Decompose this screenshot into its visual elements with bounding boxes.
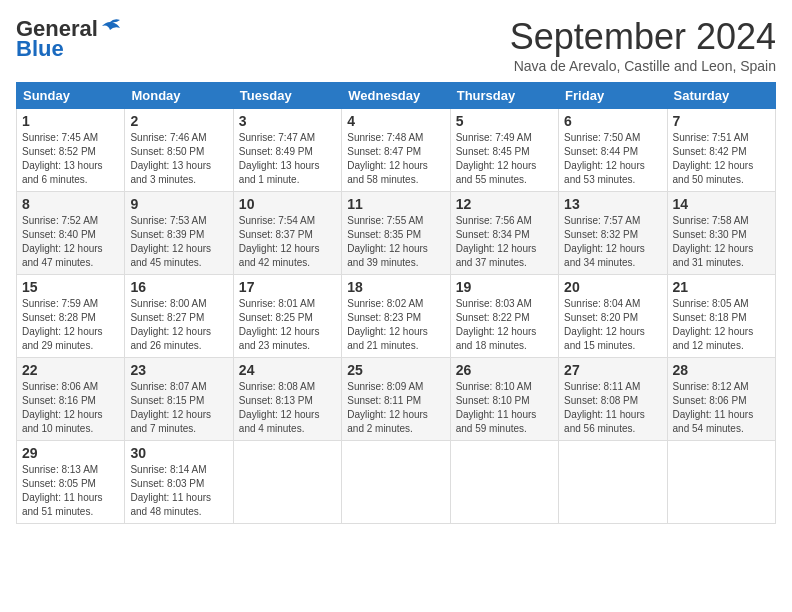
day-info: Sunrise: 8:08 AMSunset: 8:13 PMDaylight:… bbox=[239, 380, 336, 436]
day-number: 24 bbox=[239, 362, 336, 378]
day-info: Sunrise: 8:13 AMSunset: 8:05 PMDaylight:… bbox=[22, 463, 119, 519]
day-number: 16 bbox=[130, 279, 227, 295]
day-number: 28 bbox=[673, 362, 770, 378]
day-info: Sunrise: 8:14 AMSunset: 8:03 PMDaylight:… bbox=[130, 463, 227, 519]
day-info: Sunrise: 8:00 AMSunset: 8:27 PMDaylight:… bbox=[130, 297, 227, 353]
day-info: Sunrise: 8:03 AMSunset: 8:22 PMDaylight:… bbox=[456, 297, 553, 353]
day-info: Sunrise: 8:12 AMSunset: 8:06 PMDaylight:… bbox=[673, 380, 770, 436]
title-section: September 2024 Nava de Arevalo, Castille… bbox=[510, 16, 776, 74]
calendar-cell: 4 Sunrise: 7:48 AMSunset: 8:47 PMDayligh… bbox=[342, 109, 450, 192]
header-saturday: Saturday bbox=[667, 83, 775, 109]
day-number: 15 bbox=[22, 279, 119, 295]
calendar-cell bbox=[450, 441, 558, 524]
calendar-cell: 26 Sunrise: 8:10 AMSunset: 8:10 PMDaylig… bbox=[450, 358, 558, 441]
calendar-cell: 10 Sunrise: 7:54 AMSunset: 8:37 PMDaylig… bbox=[233, 192, 341, 275]
day-number: 30 bbox=[130, 445, 227, 461]
day-number: 2 bbox=[130, 113, 227, 129]
calendar-header-row: SundayMondayTuesdayWednesdayThursdayFrid… bbox=[17, 83, 776, 109]
calendar-cell: 1 Sunrise: 7:45 AMSunset: 8:52 PMDayligh… bbox=[17, 109, 125, 192]
calendar-cell: 21 Sunrise: 8:05 AMSunset: 8:18 PMDaylig… bbox=[667, 275, 775, 358]
calendar-week-3: 15 Sunrise: 7:59 AMSunset: 8:28 PMDaylig… bbox=[17, 275, 776, 358]
day-info: Sunrise: 7:51 AMSunset: 8:42 PMDaylight:… bbox=[673, 131, 770, 187]
calendar-cell: 17 Sunrise: 8:01 AMSunset: 8:25 PMDaylig… bbox=[233, 275, 341, 358]
day-number: 3 bbox=[239, 113, 336, 129]
day-number: 26 bbox=[456, 362, 553, 378]
day-number: 14 bbox=[673, 196, 770, 212]
calendar-cell: 8 Sunrise: 7:52 AMSunset: 8:40 PMDayligh… bbox=[17, 192, 125, 275]
calendar-cell: 29 Sunrise: 8:13 AMSunset: 8:05 PMDaylig… bbox=[17, 441, 125, 524]
day-number: 21 bbox=[673, 279, 770, 295]
calendar-cell: 27 Sunrise: 8:11 AMSunset: 8:08 PMDaylig… bbox=[559, 358, 667, 441]
calendar-cell: 23 Sunrise: 8:07 AMSunset: 8:15 PMDaylig… bbox=[125, 358, 233, 441]
calendar-cell: 3 Sunrise: 7:47 AMSunset: 8:49 PMDayligh… bbox=[233, 109, 341, 192]
calendar-cell: 20 Sunrise: 8:04 AMSunset: 8:20 PMDaylig… bbox=[559, 275, 667, 358]
day-number: 9 bbox=[130, 196, 227, 212]
calendar-week-4: 22 Sunrise: 8:06 AMSunset: 8:16 PMDaylig… bbox=[17, 358, 776, 441]
day-info: Sunrise: 7:54 AMSunset: 8:37 PMDaylight:… bbox=[239, 214, 336, 270]
calendar-cell bbox=[342, 441, 450, 524]
day-number: 7 bbox=[673, 113, 770, 129]
calendar-cell: 16 Sunrise: 8:00 AMSunset: 8:27 PMDaylig… bbox=[125, 275, 233, 358]
day-number: 11 bbox=[347, 196, 444, 212]
logo: General Blue bbox=[16, 16, 120, 62]
day-info: Sunrise: 8:04 AMSunset: 8:20 PMDaylight:… bbox=[564, 297, 661, 353]
day-info: Sunrise: 7:57 AMSunset: 8:32 PMDaylight:… bbox=[564, 214, 661, 270]
day-number: 27 bbox=[564, 362, 661, 378]
day-number: 8 bbox=[22, 196, 119, 212]
day-info: Sunrise: 8:05 AMSunset: 8:18 PMDaylight:… bbox=[673, 297, 770, 353]
header-thursday: Thursday bbox=[450, 83, 558, 109]
header-wednesday: Wednesday bbox=[342, 83, 450, 109]
day-number: 22 bbox=[22, 362, 119, 378]
calendar-cell: 24 Sunrise: 8:08 AMSunset: 8:13 PMDaylig… bbox=[233, 358, 341, 441]
day-info: Sunrise: 8:10 AMSunset: 8:10 PMDaylight:… bbox=[456, 380, 553, 436]
calendar-cell bbox=[667, 441, 775, 524]
calendar-cell: 13 Sunrise: 7:57 AMSunset: 8:32 PMDaylig… bbox=[559, 192, 667, 275]
day-number: 19 bbox=[456, 279, 553, 295]
day-info: Sunrise: 8:06 AMSunset: 8:16 PMDaylight:… bbox=[22, 380, 119, 436]
day-info: Sunrise: 8:01 AMSunset: 8:25 PMDaylight:… bbox=[239, 297, 336, 353]
calendar-cell: 7 Sunrise: 7:51 AMSunset: 8:42 PMDayligh… bbox=[667, 109, 775, 192]
day-info: Sunrise: 7:52 AMSunset: 8:40 PMDaylight:… bbox=[22, 214, 119, 270]
day-info: Sunrise: 8:02 AMSunset: 8:23 PMDaylight:… bbox=[347, 297, 444, 353]
day-info: Sunrise: 7:49 AMSunset: 8:45 PMDaylight:… bbox=[456, 131, 553, 187]
calendar-table: SundayMondayTuesdayWednesdayThursdayFrid… bbox=[16, 82, 776, 524]
calendar-cell: 22 Sunrise: 8:06 AMSunset: 8:16 PMDaylig… bbox=[17, 358, 125, 441]
calendar-cell: 15 Sunrise: 7:59 AMSunset: 8:28 PMDaylig… bbox=[17, 275, 125, 358]
day-number: 25 bbox=[347, 362, 444, 378]
header-tuesday: Tuesday bbox=[233, 83, 341, 109]
day-number: 6 bbox=[564, 113, 661, 129]
calendar-cell: 25 Sunrise: 8:09 AMSunset: 8:11 PMDaylig… bbox=[342, 358, 450, 441]
day-info: Sunrise: 7:50 AMSunset: 8:44 PMDaylight:… bbox=[564, 131, 661, 187]
day-info: Sunrise: 8:07 AMSunset: 8:15 PMDaylight:… bbox=[130, 380, 227, 436]
calendar-cell bbox=[559, 441, 667, 524]
day-info: Sunrise: 7:58 AMSunset: 8:30 PMDaylight:… bbox=[673, 214, 770, 270]
header-monday: Monday bbox=[125, 83, 233, 109]
calendar-cell: 12 Sunrise: 7:56 AMSunset: 8:34 PMDaylig… bbox=[450, 192, 558, 275]
day-number: 12 bbox=[456, 196, 553, 212]
day-number: 10 bbox=[239, 196, 336, 212]
day-number: 20 bbox=[564, 279, 661, 295]
calendar-cell: 14 Sunrise: 7:58 AMSunset: 8:30 PMDaylig… bbox=[667, 192, 775, 275]
calendar-cell: 11 Sunrise: 7:55 AMSunset: 8:35 PMDaylig… bbox=[342, 192, 450, 275]
logo-bird-icon bbox=[100, 18, 120, 34]
day-info: Sunrise: 8:09 AMSunset: 8:11 PMDaylight:… bbox=[347, 380, 444, 436]
day-info: Sunrise: 7:46 AMSunset: 8:50 PMDaylight:… bbox=[130, 131, 227, 187]
month-title: September 2024 bbox=[510, 16, 776, 58]
day-info: Sunrise: 8:11 AMSunset: 8:08 PMDaylight:… bbox=[564, 380, 661, 436]
day-info: Sunrise: 7:53 AMSunset: 8:39 PMDaylight:… bbox=[130, 214, 227, 270]
day-number: 23 bbox=[130, 362, 227, 378]
day-info: Sunrise: 7:45 AMSunset: 8:52 PMDaylight:… bbox=[22, 131, 119, 187]
day-number: 13 bbox=[564, 196, 661, 212]
calendar-cell: 2 Sunrise: 7:46 AMSunset: 8:50 PMDayligh… bbox=[125, 109, 233, 192]
calendar-cell: 30 Sunrise: 8:14 AMSunset: 8:03 PMDaylig… bbox=[125, 441, 233, 524]
location: Nava de Arevalo, Castille and Leon, Spai… bbox=[510, 58, 776, 74]
calendar-cell: 6 Sunrise: 7:50 AMSunset: 8:44 PMDayligh… bbox=[559, 109, 667, 192]
day-number: 17 bbox=[239, 279, 336, 295]
day-number: 18 bbox=[347, 279, 444, 295]
day-info: Sunrise: 7:59 AMSunset: 8:28 PMDaylight:… bbox=[22, 297, 119, 353]
day-info: Sunrise: 7:55 AMSunset: 8:35 PMDaylight:… bbox=[347, 214, 444, 270]
calendar-cell: 19 Sunrise: 8:03 AMSunset: 8:22 PMDaylig… bbox=[450, 275, 558, 358]
calendar-cell bbox=[233, 441, 341, 524]
calendar-week-5: 29 Sunrise: 8:13 AMSunset: 8:05 PMDaylig… bbox=[17, 441, 776, 524]
calendar-cell: 28 Sunrise: 8:12 AMSunset: 8:06 PMDaylig… bbox=[667, 358, 775, 441]
